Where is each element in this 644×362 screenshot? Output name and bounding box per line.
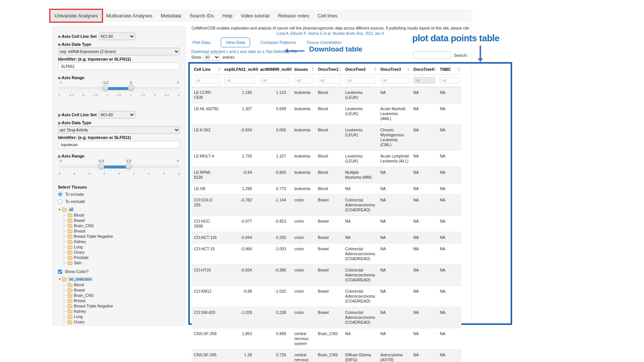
- table-row[interactable]: LE:CCRF-CEM1.1951.133leukemiaBloodLeukem…: [192, 87, 461, 103]
- column-header-cell-line[interactable]: Cell Line: [192, 64, 222, 75]
- tree-item-blood[interactable]: Blood: [64, 282, 180, 287]
- tree-root-all[interactable]: ▾ all: [59, 206, 180, 212]
- column-header-oncotree2[interactable]: OncoTree2: [343, 64, 378, 75]
- filter-input-expslfn11-nci60[interactable]: [224, 77, 256, 84]
- slider-handle-from[interactable]: [102, 85, 109, 91]
- y-range-slider[interactable]: -88-2.41.3-8-6-4-202468: [59, 159, 179, 176]
- tab-view-data[interactable]: View Data: [221, 37, 250, 47]
- tree-item-prostate[interactable]: Prostate: [64, 325, 180, 326]
- tree-expand-icon[interactable]: ▾: [59, 208, 61, 211]
- filter-input-oncotree1[interactable]: [318, 77, 341, 84]
- filter-input-oncotree3[interactable]: [380, 77, 409, 84]
- nav-item-help[interactable]: Help: [218, 10, 237, 22]
- nav-item-multivariate-analyses[interactable]: Multivariate Analyses: [102, 10, 156, 22]
- tree-item-bowel[interactable]: Bowel: [64, 287, 180, 293]
- table-cell: leukemia: [292, 103, 316, 125]
- sort-icon[interactable]: [458, 67, 460, 71]
- tree-item-brain-cns[interactable]: Brain_CNS: [64, 293, 180, 298]
- tree-item-lung[interactable]: Lung: [64, 314, 180, 319]
- table-row[interactable]: CO:SW-620-1.0290.238colonBowelColorectal…: [192, 307, 461, 328]
- x-identifier-input[interactable]: [58, 62, 180, 70]
- filter-input-tissues[interactable]: [294, 77, 313, 84]
- column-header-tissues[interactable]: tissues: [292, 64, 316, 75]
- nav-item-video-tutorial[interactable]: Video tutorial: [237, 10, 274, 22]
- slider-handle-to[interactable]: [128, 85, 134, 91]
- sort-icon[interactable]: [312, 67, 314, 71]
- radio-to-include[interactable]: To include: [58, 192, 180, 197]
- table-row[interactable]: CNS:SF-2951.280.726central nervous syste…: [192, 350, 461, 362]
- filter-input-oncotree2[interactable]: [345, 77, 376, 84]
- tree-item-skin[interactable]: Skin: [64, 260, 180, 265]
- column-header-oncotree1[interactable]: OncoTree1: [316, 64, 343, 75]
- tree-item-ovary[interactable]: Ovary: [64, 319, 180, 325]
- y-data-type-select[interactable]: act: Drug Activity: [58, 126, 180, 134]
- table-row[interactable]: LE:HL-60(TB)1.3070.699leukemiaBloodLeuke…: [192, 103, 461, 125]
- radio-to-exclude[interactable]: To exclude: [58, 199, 180, 204]
- tree-expand-icon[interactable]: ▾: [59, 278, 61, 281]
- show-color-checkbox[interactable]: Show Color?: [58, 269, 180, 274]
- filter-input-cell-line[interactable]: [194, 77, 220, 84]
- table-row[interactable]: CO:HCT-116-0.9440.255colonBowelNANANANA: [192, 232, 461, 243]
- table-row[interactable]: CO:HT29-0.934-0.386colonBowelColorectal …: [192, 265, 461, 286]
- tab-tissue-correlation[interactable]: Tissue Correlation: [306, 40, 342, 45]
- slider-handle-from[interactable]: [98, 163, 104, 170]
- x-data-type-select[interactable]: exp: mRNA Expression (Z-Score): [58, 48, 180, 55]
- table-row[interactable]: CO:HCT-15-0.966-1.003colonBowelColorecta…: [192, 243, 461, 265]
- tree-item-kidney[interactable]: Kidney: [64, 239, 180, 244]
- tree-root-label: no_selection: [68, 277, 93, 281]
- tree-item-breast[interactable]: Breast: [64, 228, 180, 234]
- y-identifier-input[interactable]: [58, 141, 180, 148]
- table-row[interactable]: CO:HCC-2998-0.977-0.853colonBowelNANANAN…: [192, 216, 461, 232]
- nav-item-cell-lines[interactable]: Cell lines: [313, 10, 342, 22]
- tree-item-breast-triple-negative[interactable]: Breast Triple Negative: [64, 234, 180, 239]
- y-cell-line-set-select[interactable]: NCI-60: [99, 111, 135, 119]
- sort-icon[interactable]: [288, 67, 291, 71]
- x-cell-line-set-select[interactable]: NCI-60: [99, 33, 135, 40]
- nav-item-metadata[interactable]: Metadata: [156, 10, 185, 22]
- nav-item-univariate-analyses[interactable]: Univariate Analyses: [50, 10, 102, 22]
- tree-item-lung[interactable]: Lung: [64, 244, 180, 250]
- tree-item-prostate[interactable]: Prostate: [64, 255, 180, 260]
- table-cell: -1.029: [222, 307, 258, 328]
- nav-item-release-notes[interactable]: Release notes: [274, 10, 313, 22]
- filter-input-oncotree4[interactable]: [413, 77, 435, 84]
- table-row[interactable]: CO:KM12-0.88-1.032colonBowelColorectal A…: [192, 286, 461, 307]
- tab-plot-data[interactable]: Plot Data: [192, 40, 210, 45]
- filter-input-tnbc[interactable]: [440, 77, 459, 84]
- column-header-expslfn11-nci60[interactable]: expSLFN11_nci60: [222, 64, 258, 75]
- table-cell: NA: [438, 232, 461, 243]
- entries-select[interactable]: 60: [203, 54, 220, 61]
- table-row[interactable]: CNS:SF-2681.8630.958central nervous syst…: [192, 328, 461, 350]
- column-header-tnbc[interactable]: TNBC: [438, 64, 461, 75]
- tab-compare-patterns[interactable]: Compare Patterns: [261, 40, 296, 45]
- column-header-oncotree4[interactable]: OncoTree4: [411, 64, 438, 75]
- sort-icon[interactable]: [407, 67, 410, 71]
- column-header-act609699-nci60[interactable]: act609699_nci60: [258, 64, 292, 75]
- tree-item-breast-triple-negative[interactable]: Breast Triple Negative: [64, 303, 180, 309]
- sort-icon[interactable]: [218, 67, 220, 71]
- slider-handle-to[interactable]: [125, 163, 132, 170]
- tree-root-no-selection[interactable]: ▾ no_selection: [59, 276, 180, 282]
- tree-item-brain-cns[interactable]: Brain_CNS: [64, 223, 180, 228]
- table-row[interactable]: CO:COLO 205-0.782-1.144colonBowelColorec…: [192, 195, 461, 216]
- tree-item-breast[interactable]: Breast: [64, 298, 180, 303]
- tree-item-kidney[interactable]: Kidney: [64, 309, 180, 314]
- table-row[interactable]: LE:RPMI-8226-0.94-0.806leukemiaBloodMult…: [192, 167, 461, 183]
- filter-input-act609699-nci60[interactable]: [260, 77, 290, 84]
- tree-item-blood[interactable]: Blood: [64, 212, 180, 218]
- x-range-slider[interactable]: -78-1.22-7-5.5-4-2.5-10.523.556.58: [59, 81, 179, 98]
- table-row[interactable]: LE:MOLT-41.7261.107leukemiaBloodLeukemia…: [192, 151, 461, 167]
- sort-icon[interactable]: [254, 67, 256, 71]
- sort-icon[interactable]: [434, 67, 436, 71]
- sort-icon[interactable]: [374, 67, 377, 71]
- tree-item-bowel[interactable]: Bowel: [64, 218, 180, 223]
- sort-icon[interactable]: [339, 67, 341, 71]
- column-header-oncotree3[interactable]: OncoTree3: [378, 64, 411, 75]
- tree-item-ovary[interactable]: Ovary: [64, 250, 180, 255]
- table-row[interactable]: LE:K-562-0.9340.065leukemiaBloodLeukemia…: [192, 125, 461, 151]
- table-row[interactable]: LE:SR1.2960.775leukemiaBloodNANANANA: [192, 183, 461, 195]
- nav-item-search-ids[interactable]: Search IDs: [186, 10, 218, 22]
- download-data-link[interactable]: Download selected x and y axis data as a…: [191, 49, 297, 54]
- search-input[interactable]: [413, 51, 451, 59]
- table-cell: Colorectal Adenocarcinoma (COADREAD): [343, 243, 378, 265]
